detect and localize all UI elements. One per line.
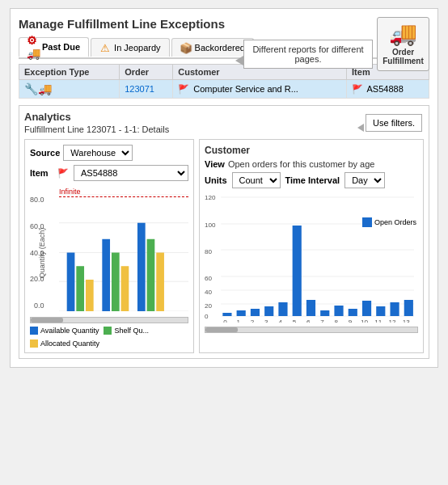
tab-past-due[interactable]: ⚙🚚 Past Due (19, 37, 89, 57)
customer-flag-icon: 🚩 (178, 84, 189, 94)
legend-allocated-label: Allocated Quantity (40, 340, 99, 348)
svg-rect-39 (376, 306, 385, 316)
cell-customer: 🚩 Computer Service and R... (173, 80, 347, 99)
order-fulfillment-button[interactable]: 🚚 Order Fulfillment (377, 17, 429, 71)
svg-text:40: 40 (205, 289, 213, 296)
table-row[interactable]: 🔧🚚 123071 🚩 Computer Service and R... 🚩 … (19, 80, 429, 99)
view-label: View (205, 159, 225, 169)
col-exception-type: Exception Type (19, 65, 120, 80)
right-chart-svg: 120 100 80 60 40 20 0 (205, 193, 418, 323)
main-container: Manage Fulfillment Line Exceptions 🚚 Ord… (10, 8, 438, 368)
y-tick-0: 0.0 (34, 302, 44, 310)
svg-rect-28 (222, 313, 231, 316)
svg-text:80: 80 (205, 248, 213, 255)
right-panel-title: Customer (205, 145, 418, 156)
svg-text:0: 0 (223, 318, 227, 323)
units-select[interactable]: Count (232, 172, 281, 188)
view-value: Open orders for this customer by age (228, 159, 375, 169)
svg-rect-29 (237, 310, 246, 316)
svg-text:3: 3 (264, 318, 268, 323)
time-interval-select[interactable]: Day (344, 172, 385, 188)
svg-rect-30 (251, 309, 260, 316)
cell-exception-type: 🔧🚚 (19, 80, 120, 99)
use-filters-arrow (357, 124, 364, 132)
left-scroll-bar[interactable] (30, 317, 188, 323)
right-chart-area: Open Orders 120 100 80 60 40 20 0 (205, 193, 418, 339)
svg-rect-5 (67, 253, 75, 312)
tab-backordered[interactable]: 📦 Backordered (171, 38, 254, 57)
right-panel: Customer View Open orders for this custo… (199, 139, 424, 353)
legend-available: Available Quantity (30, 327, 99, 335)
svg-rect-8 (102, 239, 110, 311)
y-axis-label: Quantity (Each) (38, 227, 46, 278)
order-link[interactable]: 123071 (125, 84, 154, 94)
svg-rect-33 (293, 226, 302, 316)
svg-text:120: 120 (205, 194, 216, 201)
item-label: Item (30, 168, 54, 178)
svg-text:100: 100 (205, 221, 216, 229)
legend-shelf-label: Shelf Qu... (114, 327, 149, 335)
source-select[interactable]: Warehouse (63, 145, 133, 161)
customer-name: Computer Service and R... (193, 84, 298, 94)
legend-available-color (30, 327, 38, 335)
open-orders-legend: Open Orders (362, 217, 416, 227)
item-id: AS54888 (367, 84, 404, 94)
past-due-icon: ⚙🚚 (27, 41, 39, 53)
exception-table: Exception Type Order Customer Item 🔧🚚 12… (19, 64, 429, 99)
left-panel: Source Warehouse Item 🚩 AS54888 (24, 139, 194, 353)
svg-text:2: 2 (251, 318, 255, 323)
left-scroll-thumb[interactable] (31, 318, 63, 323)
source-filter-row: Source Warehouse (30, 145, 188, 161)
left-chart-area: 80.0 60.0 40.0 20.0 0.0 Infinite (30, 186, 188, 315)
right-scroll-thumb[interactable] (205, 327, 238, 332)
item-select[interactable]: AS54888 (74, 165, 188, 181)
svg-rect-11 (137, 223, 146, 311)
tab-in-jeopardy[interactable]: ⚠ In Jeopardy (91, 38, 169, 57)
svg-rect-34 (306, 300, 315, 316)
svg-text:0: 0 (205, 313, 209, 320)
legend-available-label: Available Quantity (40, 327, 99, 335)
callout-arrow (235, 56, 243, 65)
source-label: Source (30, 148, 60, 158)
svg-rect-10 (121, 266, 129, 311)
item-flag-icon-left: 🚩 (57, 168, 69, 179)
svg-text:4: 4 (278, 318, 282, 323)
legend-shelf: Shelf Qu... (104, 327, 149, 335)
legend-allocated-color (30, 340, 38, 348)
svg-rect-36 (334, 306, 343, 316)
analytics-title: Analytics (24, 111, 424, 123)
cell-item: 🚩 AS54888 (347, 80, 429, 99)
svg-text:5: 5 (293, 318, 297, 323)
svg-text:12: 12 (388, 318, 396, 323)
use-filters-callout: Use filters. (366, 114, 422, 132)
svg-rect-9 (112, 253, 120, 312)
units-label: Units (205, 175, 227, 185)
tab-backordered-label: Backordered (195, 43, 245, 53)
svg-text:60: 60 (205, 275, 213, 282)
svg-rect-35 (320, 310, 329, 316)
legend-allocated: Allocated Quantity (30, 340, 99, 348)
svg-text:9: 9 (349, 318, 353, 323)
view-row: View Open orders for this customer by ag… (205, 159, 418, 169)
open-orders-legend-color (362, 217, 372, 227)
time-interval-label: Time Interval (285, 175, 340, 185)
left-chart-svg (59, 194, 188, 311)
svg-rect-38 (362, 301, 371, 316)
analytics-section: Analytics Fulfillment Line 123071 - 1-1:… (19, 105, 429, 359)
truck-icon: 🚚 (389, 23, 417, 45)
order-fulfillment-label: Order Fulfillment (382, 48, 424, 65)
svg-rect-12 (147, 239, 155, 311)
svg-text:11: 11 (374, 318, 382, 323)
svg-text:1: 1 (237, 318, 241, 323)
svg-rect-6 (76, 266, 84, 311)
tab-past-due-label: Past Due (42, 42, 80, 52)
col-order: Order (120, 65, 173, 80)
y-tick-80: 80.0 (30, 196, 44, 204)
right-scroll-bar[interactable] (205, 327, 418, 333)
svg-text:7: 7 (320, 318, 324, 323)
panels-row: Source Warehouse Item 🚩 AS54888 (24, 139, 424, 353)
svg-rect-41 (404, 300, 413, 316)
svg-rect-13 (156, 253, 164, 312)
exception-type-icon: 🔧🚚 (24, 82, 52, 95)
left-chart-legend: Available Quantity Shelf Qu... Allocated… (30, 327, 188, 348)
